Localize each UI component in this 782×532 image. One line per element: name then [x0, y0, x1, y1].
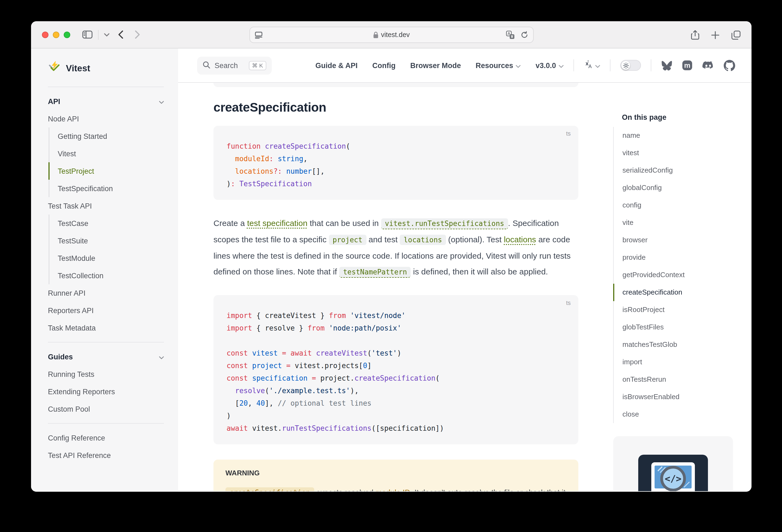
link-module-id[interactable]: module ID [376, 488, 410, 491]
nav-link-resources[interactable]: Resources [476, 61, 521, 69]
sidebar-item-api[interactable]: API [48, 93, 164, 110]
nav-link-guide-api[interactable]: Guide & API [315, 61, 357, 69]
code-line: import { createVitest } from 'vitest/nod… [226, 309, 565, 322]
discord-icon[interactable] [702, 61, 714, 70]
sidebar-item-running-tests[interactable]: Running Tests [48, 365, 164, 383]
toc-item-globtestfiles[interactable]: globTestFiles [613, 319, 733, 336]
zoom-window-button[interactable] [64, 31, 70, 38]
toc-item-serializedconfig[interactable]: serializedConfig [613, 162, 733, 179]
address-bar[interactable]: vitest.dev A [249, 27, 533, 43]
sidebar-item-testproject[interactable]: TestProject [48, 162, 164, 180]
toc-item-getprovidedcontext[interactable]: getProvidedContext [613, 266, 733, 284]
toc-item-name[interactable]: name [613, 127, 733, 144]
sidebar-item-task-metadata[interactable]: Task Metadata [48, 319, 164, 336]
sidebar-item-custom-pool[interactable]: Custom Pool [48, 400, 164, 418]
sidebar-item-runner-api[interactable]: Runner API [48, 284, 164, 302]
nav-link-label: Resources [476, 61, 513, 69]
code-link-testnamepattern[interactable]: testNamePattern [339, 267, 411, 278]
vitest-logo-icon [48, 61, 61, 76]
warning-title: WARNING [225, 469, 566, 477]
reload-icon[interactable] [520, 31, 528, 39]
sponsor-card[interactable]: </> [613, 436, 733, 491]
back-button[interactable] [118, 31, 123, 39]
search-icon [203, 61, 210, 70]
toc-item-ontestsrerun[interactable]: onTestsRerun [613, 371, 733, 388]
theme-toggle[interactable] [620, 60, 641, 71]
on-this-page-panel: On this page namevitestserializedConfigg… [613, 83, 733, 491]
toc-title: On this page [613, 113, 733, 121]
sidebar-item-label: Custom Pool [48, 405, 90, 413]
toc-item-config[interactable]: config [613, 197, 733, 214]
nav-link-v3-0-0[interactable]: v3.0.0 [536, 61, 564, 69]
minimize-window-button[interactable] [53, 31, 59, 38]
sidebar-item-extending-reporters[interactable]: Extending Reporters [48, 383, 164, 400]
sidebar-toggle-button[interactable] [82, 31, 93, 39]
sidebar-item-vitest[interactable]: Vitest [48, 145, 164, 162]
sidebar-item-guides[interactable]: Guides [48, 348, 164, 365]
nav-link-config[interactable]: Config [372, 61, 396, 69]
link-locations[interactable]: locations [504, 235, 536, 244]
sidebar-item-reporters-api[interactable]: Reporters API [48, 302, 164, 319]
toc-item-browser[interactable]: browser [613, 232, 733, 249]
toc-item-matchestestglob[interactable]: matchesTestGlob [613, 336, 733, 353]
screenshot-stage: vitest.dev A [0, 0, 782, 532]
share-button[interactable] [691, 30, 699, 40]
code-line: moduleId: string, [226, 152, 565, 165]
link-test-specification[interactable]: test specification [247, 218, 308, 227]
page-body: createSpecification ts function createSp… [178, 83, 751, 491]
code-lang-label: ts [566, 130, 571, 137]
sidebar-menu-chevron-icon[interactable] [104, 33, 109, 36]
code-line: [20, 40], // optional test lines [226, 397, 565, 410]
page-title: createSpecification [213, 100, 578, 115]
bluesky-icon[interactable] [661, 60, 673, 71]
toc-item-globalconfig[interactable]: globalConfig [613, 179, 733, 197]
sidebar-item-testmodule[interactable]: TestModule [48, 249, 164, 267]
sidebar-item-config-reference[interactable]: Config Reference [48, 429, 164, 447]
toc-item-import[interactable]: import [613, 353, 733, 371]
toc-item-isrootproject[interactable]: isRootProject [613, 301, 733, 319]
mastodon-icon[interactable]: m [682, 60, 693, 71]
search-shortcut-badge: ⌘ K [249, 61, 266, 70]
navbar-divider [610, 59, 610, 71]
new-tab-button[interactable] [711, 31, 719, 39]
sidebar-item-test-task-api[interactable]: Test Task API [48, 197, 164, 215]
sidebar-item-node-api[interactable]: Node API [48, 110, 164, 128]
close-window-button[interactable] [42, 31, 48, 38]
code-line: ): TestSpecification [226, 178, 565, 190]
sidebar-item-testcase[interactable]: TestCase [48, 215, 164, 232]
toc-item-vitest[interactable]: vitest [613, 144, 733, 162]
sidebar-item-testspecification[interactable]: TestSpecification [48, 180, 164, 197]
nav-link-label: v3.0.0 [536, 61, 556, 69]
forward-button[interactable] [135, 31, 140, 39]
github-icon[interactable] [724, 60, 735, 71]
sidebar-item-label: TestCollection [58, 272, 103, 280]
nav-links: Guide & APIConfigBrowser ModeResourcesv3… [315, 61, 564, 69]
nav-link-browser-mode[interactable]: Browser Mode [410, 61, 461, 69]
toc-item-vite[interactable]: vite [613, 214, 733, 232]
code-line: locations?: number[], [226, 165, 565, 178]
code-link-vitest-runtestspecifications[interactable]: vitest.runTestSpecifications [381, 218, 508, 229]
code-line: function createSpecification( [226, 140, 565, 152]
sidebar-item-test-api-reference[interactable]: Test API Reference [48, 447, 164, 464]
sidebar-divider [48, 423, 164, 424]
tab-overview-button[interactable] [731, 30, 741, 39]
text-run: and test [366, 235, 400, 244]
lock-icon [373, 31, 378, 38]
sidebar-item-label: API [48, 97, 60, 105]
language-menu-button[interactable]: xA [584, 60, 600, 71]
toc-item-provide[interactable]: provide [613, 249, 733, 266]
sun-icon [621, 61, 630, 70]
toc-item-createspecification[interactable]: createSpecification [613, 284, 733, 301]
toc-item-isbrowserenabled[interactable]: isBrowserEnabled [613, 388, 733, 406]
code-line [226, 334, 565, 347]
sidebar-item-testcollection[interactable]: TestCollection [48, 267, 164, 284]
reader-options-icon[interactable] [255, 31, 263, 38]
titlebar-divider [98, 30, 99, 39]
search-button[interactable]: Search ⌘ K [197, 56, 272, 74]
sidebar-item-getting-started[interactable]: Getting Started [48, 128, 164, 145]
sidebar-item-testsuite[interactable]: TestSuite [48, 232, 164, 249]
toc-item-close[interactable]: close [613, 406, 733, 423]
translate-page-icon[interactable]: A [506, 31, 514, 39]
site-navbar: Search ⌘ K Guide & APIConfigBrowser Mode… [178, 48, 751, 83]
vitest-logo[interactable]: Vitest [48, 57, 164, 83]
